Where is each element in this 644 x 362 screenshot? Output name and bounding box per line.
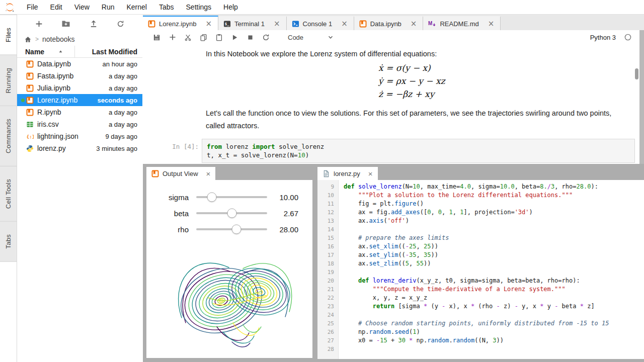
cell-type-dropdown[interactable]: Code (288, 34, 303, 41)
refresh-icon (262, 34, 270, 41)
sidebar-tab-tabs[interactable]: Tabs (0, 221, 17, 262)
editor-line: 9 def solve_lorenz(N=10, max_time=4.0, s… (317, 183, 644, 191)
editor-line: 23 return [sigma * (y - x), x * (rho - z… (317, 302, 644, 311)
markdown-icon: M (428, 20, 436, 28)
sidebar-tab-files[interactable]: Files (0, 15, 17, 55)
console-icon (292, 20, 299, 28)
menu-item-help[interactable]: Help (217, 3, 244, 11)
upload-button[interactable] (87, 17, 100, 30)
file-row-julia-ipynb[interactable]: Julia.ipynb a day ago (17, 82, 142, 94)
slider-track[interactable] (196, 228, 267, 230)
tab-data-ipynb[interactable]: Data.ipynb × (354, 16, 424, 30)
add-button[interactable] (165, 31, 180, 43)
equation-line: ẏ = ρx − y − xz (378, 74, 445, 87)
editor-line: 18 ax.set_zlim((5, 55)) (317, 259, 644, 268)
line-number: 24 (317, 311, 338, 319)
upload-icon (90, 20, 98, 28)
close-icon[interactable]: × (273, 19, 281, 28)
new-folder-button[interactable] (59, 17, 72, 30)
line-number: 9 (317, 183, 338, 191)
refresh-button[interactable] (258, 31, 274, 43)
file-row-fasta-ipynb[interactable]: Fasta.ipynb a day ago (17, 70, 142, 82)
svg-text:$_: $_ (225, 22, 230, 26)
main-tab-bar: Lorenz.ipynb × $_ Terminal 1 × Console 1… (143, 15, 644, 31)
menu-item-tabs[interactable]: Tabs (153, 3, 180, 11)
slider-handle[interactable] (232, 225, 242, 234)
tab-terminal-1[interactable]: $_ Terminal 1 × (218, 16, 287, 30)
file-row-lightning-json[interactable]: {:} lightning.json 9 days ago (17, 130, 142, 142)
editor-line: 22 x, y, z = x_y_z (317, 294, 644, 302)
close-icon[interactable]: × (410, 19, 418, 28)
tab-readme-md[interactable]: M README.md × (423, 16, 501, 30)
terminal-icon: $_ (223, 20, 231, 28)
file-row-iris-csv[interactable]: iris.csv a day ago (17, 118, 142, 130)
notebook-icon (151, 170, 159, 177)
equation-line: ż = −βz + xy (378, 87, 445, 101)
slider-value: 28.00 (267, 225, 298, 234)
cut-button[interactable] (180, 31, 196, 43)
sidebar-tab-running[interactable]: Running (0, 55, 17, 107)
breadcrumb-path[interactable]: notebooks (42, 35, 75, 43)
tab-lorenz-ipynb[interactable]: Lorenz.ipynb × (143, 16, 218, 31)
menu-item-file[interactable]: File (21, 3, 44, 11)
home-icon[interactable] (24, 36, 32, 43)
lorenz-equations: ẋ = σ(y − x)ẏ = ρx − y − xzż = −βz + xy (378, 61, 445, 101)
run-button[interactable] (227, 31, 243, 43)
column-header-name[interactable]: Name (17, 46, 74, 57)
save-button[interactable] (149, 31, 165, 43)
paste-icon (215, 34, 223, 41)
sidebar-tab-cell-tools[interactable]: Cell Tools (0, 166, 17, 222)
code-editor[interactable]: 8 9 def solve_lorenz(N=10, max_time=4.0,… (317, 180, 644, 359)
notebook-content[interactable]: In this Notebook we explore the Lorenz s… (143, 44, 639, 164)
slider-track[interactable] (196, 196, 267, 198)
stop-button[interactable] (243, 31, 258, 43)
menu-item-view[interactable]: View (68, 3, 96, 11)
copy-button[interactable] (196, 31, 211, 43)
jupyterlab-window: FileEditViewRunKernelTabsSettingsHelp Fi… (0, 0, 644, 362)
slider-handle[interactable] (227, 209, 236, 218)
menu-item-settings[interactable]: Settings (180, 3, 218, 11)
slider-handle[interactable] (207, 193, 217, 202)
markdown-intro: In this Notebook we explore the Lorenz s… (206, 50, 629, 58)
json-icon: {:} (26, 133, 34, 140)
editor-line: 25 # Choose random starting points, unif… (317, 319, 644, 328)
file-row-r-ipynb[interactable]: R.ipynb a day ago (17, 106, 142, 118)
chevron-down-icon[interactable] (328, 34, 334, 40)
output-view-panel: Output View × sigma 10.00 beta 2.67 rho … (146, 167, 312, 358)
tab-output-view[interactable]: Output View × (146, 167, 215, 180)
close-icon[interactable]: × (206, 169, 211, 178)
cell-code-editor[interactable]: from lorenz import solve_lorenzt, x_t = … (202, 139, 635, 163)
slider-row-beta: beta 2.67 (153, 205, 298, 221)
notebook-scrollbar-thumb[interactable] (635, 68, 638, 79)
file-row-data-ipynb[interactable]: Data.ipynb an hour ago (17, 58, 142, 70)
close-icon[interactable]: × (368, 169, 373, 178)
output-view-content: sigma 10.00 beta 2.67 rho 28.00 (146, 180, 312, 358)
file-row-lorenz-ipynb[interactable]: Lorenz.ipynb seconds ago (17, 94, 142, 106)
notebook-icon (359, 20, 367, 28)
slider-track[interactable] (196, 212, 267, 214)
slider-value: 10.00 (267, 193, 298, 202)
editor-line: 15 # prepare the axes limits (317, 234, 644, 242)
close-icon[interactable]: × (340, 19, 349, 28)
kernel-name[interactable]: Python 3 (590, 34, 616, 41)
paste-button[interactable] (211, 31, 227, 43)
close-icon[interactable]: × (487, 19, 496, 28)
file-browser-toolbar (17, 15, 142, 33)
tab-lorenz-py[interactable]: lorenz.py × (317, 167, 378, 180)
menu-item-kernel[interactable]: Kernel (120, 3, 152, 11)
line-number: 27 (317, 336, 338, 345)
menu-items: FileEditViewRunKernelTabsSettingsHelp (21, 3, 244, 12)
new-launcher-button[interactable] (32, 17, 45, 30)
line-number: 23 (317, 302, 338, 311)
stop-icon (247, 34, 254, 41)
file-row-lorenz-py[interactable]: lorenz.py 3 minutes ago (17, 142, 142, 154)
editor-line: 19 (317, 268, 644, 277)
column-header-modified[interactable]: Last Modified (74, 46, 142, 57)
menu-item-edit[interactable]: Edit (44, 3, 68, 11)
menu-item-run[interactable]: Run (96, 3, 121, 11)
tab-console-1[interactable]: Console 1 × (287, 16, 354, 30)
close-icon[interactable]: × (204, 19, 213, 28)
editor-line: 12 ax = fig.add_axes([0, 0, 1, 1], proje… (317, 208, 644, 217)
refresh-button[interactable] (114, 17, 127, 30)
sidebar-tab-commands[interactable]: Commands (0, 106, 17, 166)
